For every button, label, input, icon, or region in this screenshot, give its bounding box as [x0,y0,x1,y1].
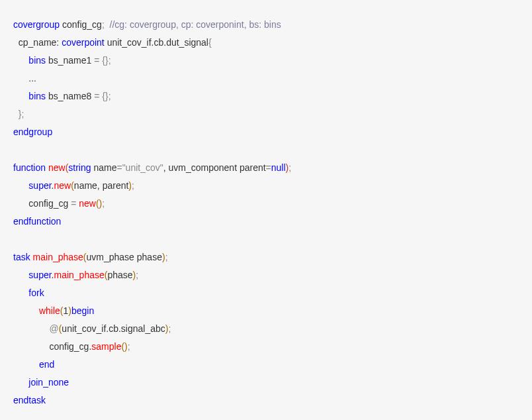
code-line-12: endfunction [13,213,519,231]
string-literal: "unit_cov" [122,162,163,173]
indent [13,73,28,83]
code-line-5: bins bs_name8 = {}; [13,87,519,105]
code-line-21: join_none [13,374,519,392]
keyword-string: string [68,162,91,173]
braces-empty: {} [102,91,108,101]
semicolon: ; [109,91,111,101]
bins-name: bs_name8 [46,91,94,101]
bins-name: bs_name1 [46,55,94,66]
signal-path: unit_cov_if.cb.signal_abc [62,323,165,334]
args: name, parent [74,180,129,191]
keyword-endfunction: endfunction [13,216,61,227]
keyword-super: super [28,270,51,280]
indent [13,323,49,334]
method-main-phase: main_phase [33,252,83,262]
semicolon: ; [136,270,138,280]
code-line-1: covergroup config_cg; //cg: covergroup, … [13,16,519,34]
code-line-4: ... [13,70,519,87]
semicolon: ; [128,341,130,352]
args: uvm_phase phase [87,252,162,262]
indent [13,270,28,280]
indent [13,288,28,298]
equals: = [94,55,102,66]
comment: //cg: covergroup, cp: coverponint, bs: b… [110,19,281,30]
indent [13,198,28,209]
keyword-function: function [13,162,46,173]
ident-config-cg: config_cg [60,19,102,30]
indent [13,109,19,119]
method-sample: sample [91,341,121,352]
ident-config-cg: config_cg [28,198,71,209]
semicolon: ; [132,180,134,191]
code-line-6: }; [13,105,519,123]
indent [13,305,39,316]
code-line-10: super.new(name, parent); [13,177,519,195]
keyword-begin: begin [71,305,94,316]
code-line-17: while(1)begin [13,302,519,320]
keyword-join-none: join_none [28,377,69,388]
at-symbol: @ [49,323,58,334]
indent [13,55,28,66]
keyword-fork: fork [28,288,44,298]
ellipsis: ... [28,73,36,83]
method-main-phase: main_phase [54,270,104,280]
keyword-bins: bins [28,91,46,101]
semicolon: ; [21,109,24,119]
cp-name: cp_name: [19,37,62,48]
code-line-3: bins bs_name1 = {}; [13,52,519,70]
keyword-endtask: endtask [13,395,46,405]
code-line-16: fork [13,284,519,302]
keyword-endgroup: endgroup [13,127,52,137]
space [105,19,110,30]
indent [13,37,19,48]
keyword-end: end [39,359,54,370]
semicolon: ; [168,323,171,334]
braces-empty: {} [102,55,108,66]
code-line-7: endgroup [13,123,519,141]
keyword-bins: bins [28,55,46,66]
keyword-super: super [28,180,51,191]
code-line-2: cp_name: coverpoint unit_cov_if.cb.dut_s… [13,34,519,52]
code-line-18: @(unit_cov_if.cb.signal_abc); [13,320,519,338]
equals: = [116,162,122,173]
indent [13,91,28,101]
indent [13,341,49,352]
code-line-13 [13,231,519,248]
ident-config-cg: config_cg. [49,341,91,352]
code-line-9: function new(string name="unit_cov", uvm… [13,159,519,177]
args: phase [107,270,132,280]
code-line-19: config_cg.sample(); [13,338,519,356]
indent [13,180,28,191]
code-line-22: endtask [13,392,519,409]
equals: = [266,162,271,173]
keyword-new: new [48,162,66,173]
indent [13,377,28,388]
code-line-11: config_cg = new(); [13,195,519,213]
indent [13,359,39,370]
keyword-new: new [54,180,71,191]
semicolon: ; [165,252,168,262]
code-line-14: task main_phase(uvm_phase phase); [13,248,519,266]
keyword-new: new [79,198,96,209]
path: unit_cov_if.cb.dut_signal [105,37,208,48]
code-line-20: end [13,356,519,374]
code-line-15: super.main_phase(phase); [13,266,519,284]
equals: = [94,91,102,101]
code-block: covergroup config_cg; //cg: covergroup, … [13,16,519,409]
param-parent: , uvm_component parent [163,162,266,173]
keyword-covergroup: covergroup [13,19,60,30]
semicolon: ; [288,162,291,173]
keyword-coverpoint: coverpoint [62,37,105,48]
semicolon: ; [102,198,105,209]
code-line-8 [13,141,519,159]
semicolon: ; [109,55,111,66]
keyword-null: null [271,162,286,173]
keyword-task: task [13,252,30,262]
brace-open: { [208,37,212,48]
keyword-while: while [39,305,60,316]
equals: = [71,198,79,209]
param-name: name [91,162,117,173]
